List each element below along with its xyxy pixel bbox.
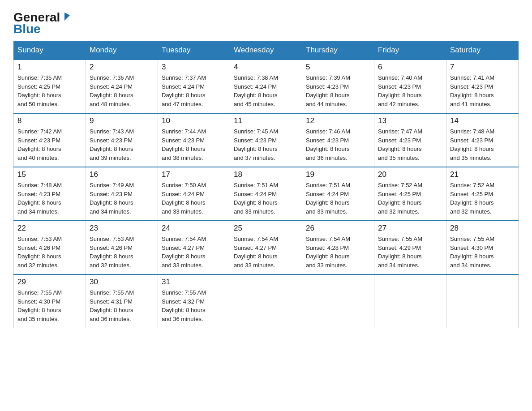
calendar-cell: 23Sunrise: 7:53 AMSunset: 4:26 PMDayligh… [86,221,158,274]
calendar-cell: 6Sunrise: 7:40 AMSunset: 4:23 PMDaylight… [374,60,446,113]
calendar-cell: 16Sunrise: 7:49 AMSunset: 4:23 PMDayligh… [86,167,158,221]
calendar-week-5: 29Sunrise: 7:55 AMSunset: 4:30 PMDayligh… [14,274,519,328]
day-info: Sunrise: 7:55 AMSunset: 4:30 PMDaylight:… [450,235,515,270]
calendar-cell: 9Sunrise: 7:43 AMSunset: 4:23 PMDaylight… [86,113,158,167]
calendar-cell: 28Sunrise: 7:55 AMSunset: 4:30 PMDayligh… [446,221,519,274]
day-number: 10 [162,116,226,125]
day-number: 9 [90,116,154,125]
day-info: Sunrise: 7:36 AMSunset: 4:24 PMDaylight:… [90,73,154,108]
day-number: 27 [378,224,442,233]
logo: General Blue [13,9,71,36]
day-number: 1 [17,63,82,72]
day-info: Sunrise: 7:48 AMSunset: 4:23 PMDaylight:… [17,181,82,216]
calendar-cell: 12Sunrise: 7:46 AMSunset: 4:23 PMDayligh… [302,113,374,167]
day-info: Sunrise: 7:47 AMSunset: 4:23 PMDaylight:… [378,127,442,162]
day-info: Sunrise: 7:48 AMSunset: 4:23 PMDaylight:… [450,127,515,162]
day-info: Sunrise: 7:51 AMSunset: 4:24 PMDaylight:… [306,181,370,216]
calendar-cell [374,274,446,328]
calendar-cell [302,274,374,328]
logo-blue: Blue [13,22,41,36]
calendar-cell: 14Sunrise: 7:48 AMSunset: 4:23 PMDayligh… [446,113,519,167]
calendar-table: SundayMondayTuesdayWednesdayThursdayFrid… [13,41,519,328]
day-info: Sunrise: 7:54 AMSunset: 4:27 PMDaylight:… [234,235,298,270]
day-info: Sunrise: 7:46 AMSunset: 4:23 PMDaylight:… [306,127,370,162]
day-number: 22 [17,224,82,233]
calendar-cell [230,274,302,328]
day-info: Sunrise: 7:55 AMSunset: 4:32 PMDaylight:… [162,288,226,323]
day-info: Sunrise: 7:52 AMSunset: 4:25 PMDaylight:… [378,181,442,216]
day-info: Sunrise: 7:35 AMSunset: 4:25 PMDaylight:… [17,73,82,108]
calendar-cell [446,274,519,328]
calendar-cell: 25Sunrise: 7:54 AMSunset: 4:27 PMDayligh… [230,221,302,274]
day-number: 16 [90,170,154,179]
logo-triangle-icon [61,12,71,21]
day-number: 13 [378,116,442,125]
day-info: Sunrise: 7:38 AMSunset: 4:24 PMDaylight:… [234,73,298,108]
day-number: 3 [162,63,226,72]
day-number: 7 [450,63,515,72]
page-header: General Blue [13,9,519,36]
calendar-cell: 22Sunrise: 7:53 AMSunset: 4:26 PMDayligh… [14,221,86,274]
weekday-header-saturday: Saturday [446,41,519,60]
calendar-cell: 21Sunrise: 7:52 AMSunset: 4:25 PMDayligh… [446,167,519,221]
day-number: 23 [90,224,154,233]
day-number: 14 [450,116,515,125]
calendar-cell: 24Sunrise: 7:54 AMSunset: 4:27 PMDayligh… [158,221,230,274]
weekday-header-monday: Monday [86,41,158,60]
day-info: Sunrise: 7:55 AMSunset: 4:29 PMDaylight:… [378,235,442,270]
calendar-week-2: 8Sunrise: 7:42 AMSunset: 4:23 PMDaylight… [14,113,519,167]
day-info: Sunrise: 7:40 AMSunset: 4:23 PMDaylight:… [378,73,442,108]
calendar-week-3: 15Sunrise: 7:48 AMSunset: 4:23 PMDayligh… [14,167,519,221]
calendar-cell: 17Sunrise: 7:50 AMSunset: 4:24 PMDayligh… [158,167,230,221]
day-number: 25 [234,224,298,233]
day-number: 24 [162,224,226,233]
day-info: Sunrise: 7:52 AMSunset: 4:25 PMDaylight:… [450,181,515,216]
calendar-cell: 1Sunrise: 7:35 AMSunset: 4:25 PMDaylight… [14,60,86,113]
calendar-cell: 8Sunrise: 7:42 AMSunset: 4:23 PMDaylight… [14,113,86,167]
day-number: 6 [378,63,442,72]
day-info: Sunrise: 7:55 AMSunset: 4:30 PMDaylight:… [17,288,82,323]
day-info: Sunrise: 7:54 AMSunset: 4:27 PMDaylight:… [162,235,226,270]
day-info: Sunrise: 7:44 AMSunset: 4:23 PMDaylight:… [162,127,226,162]
day-info: Sunrise: 7:43 AMSunset: 4:23 PMDaylight:… [90,127,154,162]
day-number: 17 [162,170,226,179]
day-info: Sunrise: 7:39 AMSunset: 4:23 PMDaylight:… [306,73,370,108]
weekday-header-sunday: Sunday [14,41,86,60]
day-number: 15 [17,170,82,179]
day-number: 20 [378,170,442,179]
day-info: Sunrise: 7:53 AMSunset: 4:26 PMDaylight:… [17,235,82,270]
day-number: 26 [306,224,370,233]
day-info: Sunrise: 7:50 AMSunset: 4:24 PMDaylight:… [162,181,226,216]
day-number: 8 [17,116,82,125]
calendar-cell: 20Sunrise: 7:52 AMSunset: 4:25 PMDayligh… [374,167,446,221]
day-number: 30 [90,278,154,287]
day-info: Sunrise: 7:51 AMSunset: 4:24 PMDaylight:… [234,181,298,216]
calendar-cell: 7Sunrise: 7:41 AMSunset: 4:23 PMDaylight… [446,60,519,113]
day-number: 2 [90,63,154,72]
weekday-header-thursday: Thursday [302,41,374,60]
day-info: Sunrise: 7:55 AMSunset: 4:31 PMDaylight:… [90,288,154,323]
weekday-header-friday: Friday [374,41,446,60]
weekday-header-wednesday: Wednesday [230,41,302,60]
day-info: Sunrise: 7:53 AMSunset: 4:26 PMDaylight:… [90,235,154,270]
day-info: Sunrise: 7:41 AMSunset: 4:23 PMDaylight:… [450,73,515,108]
day-number: 4 [234,63,298,72]
svg-marker-0 [64,13,70,21]
calendar-cell: 3Sunrise: 7:37 AMSunset: 4:24 PMDaylight… [158,60,230,113]
calendar-cell: 10Sunrise: 7:44 AMSunset: 4:23 PMDayligh… [158,113,230,167]
day-number: 12 [306,116,370,125]
calendar-cell: 15Sunrise: 7:48 AMSunset: 4:23 PMDayligh… [14,167,86,221]
calendar-cell: 13Sunrise: 7:47 AMSunset: 4:23 PMDayligh… [374,113,446,167]
calendar-cell: 27Sunrise: 7:55 AMSunset: 4:29 PMDayligh… [374,221,446,274]
calendar-cell: 18Sunrise: 7:51 AMSunset: 4:24 PMDayligh… [230,167,302,221]
day-number: 21 [450,170,515,179]
weekday-header-row: SundayMondayTuesdayWednesdayThursdayFrid… [14,41,519,60]
calendar-cell: 4Sunrise: 7:38 AMSunset: 4:24 PMDaylight… [230,60,302,113]
calendar-cell: 11Sunrise: 7:45 AMSunset: 4:23 PMDayligh… [230,113,302,167]
calendar-week-4: 22Sunrise: 7:53 AMSunset: 4:26 PMDayligh… [14,221,519,274]
calendar-cell: 19Sunrise: 7:51 AMSunset: 4:24 PMDayligh… [302,167,374,221]
day-number: 29 [17,278,82,287]
weekday-header-tuesday: Tuesday [158,41,230,60]
day-info: Sunrise: 7:45 AMSunset: 4:23 PMDaylight:… [234,127,298,162]
calendar-cell: 26Sunrise: 7:54 AMSunset: 4:28 PMDayligh… [302,221,374,274]
